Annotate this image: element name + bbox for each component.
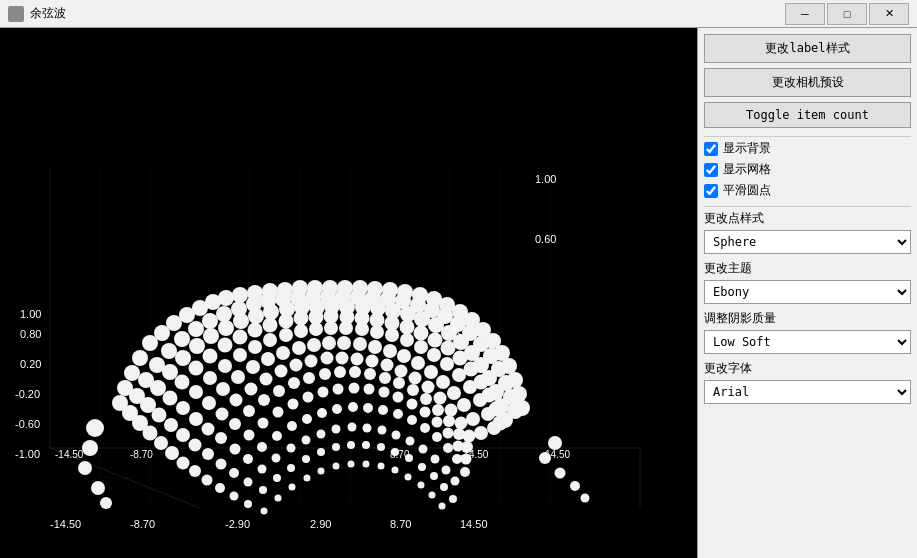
svg-point-329: [449, 495, 457, 503]
svg-point-274: [432, 417, 443, 428]
svg-point-264: [288, 399, 299, 410]
svg-point-288: [363, 403, 373, 413]
svg-point-226: [336, 352, 349, 365]
svg-point-159: [453, 351, 468, 366]
show-background-checkbox[interactable]: [704, 142, 718, 156]
svg-point-196: [231, 370, 245, 384]
svg-point-177: [324, 321, 338, 335]
svg-point-310: [419, 445, 428, 454]
svg-text:14.50: 14.50: [460, 518, 488, 530]
toggle-item-count-button[interactable]: Toggle item count: [704, 102, 911, 128]
svg-point-322: [362, 441, 370, 449]
svg-point-268: [349, 383, 360, 394]
svg-point-285: [317, 408, 327, 418]
svg-point-197: [246, 360, 260, 374]
svg-point-260: [230, 444, 241, 455]
svg-point-320: [332, 443, 340, 451]
svg-text:↖: ↖: [450, 322, 465, 342]
smooth-dot-checkbox-row[interactable]: 平滑圆点: [704, 182, 911, 199]
svg-point-183: [414, 340, 428, 354]
svg-point-142: [203, 349, 218, 364]
close-button[interactable]: ✕: [869, 3, 909, 25]
svg-point-233: [434, 392, 447, 405]
svg-point-289: [378, 405, 388, 415]
svg-point-165: [154, 436, 168, 450]
svg-point-319: [317, 448, 325, 456]
svg-text:1.00: 1.00: [20, 308, 41, 320]
svg-point-334: [318, 468, 325, 475]
svg-point-294: [443, 443, 453, 453]
svg-point-114: [218, 320, 234, 336]
svg-point-208: [411, 356, 425, 370]
svg-point-190: [487, 421, 501, 435]
svg-point-345: [82, 440, 98, 456]
svg-point-166: [164, 418, 178, 432]
show-grid-checkbox[interactable]: [704, 163, 718, 177]
svg-point-140: [175, 375, 190, 390]
svg-point-235: [455, 417, 468, 430]
svg-point-308: [392, 431, 401, 440]
svg-point-146: [263, 318, 278, 333]
svg-point-249: [364, 368, 376, 380]
svg-point-199: [276, 346, 290, 360]
svg-point-247: [334, 366, 346, 378]
svg-point-258: [202, 475, 213, 486]
svg-point-79: [161, 343, 177, 359]
app-title: 余弦波: [30, 5, 66, 22]
svg-point-278: [215, 483, 225, 493]
svg-point-309: [406, 437, 415, 446]
svg-point-188: [473, 393, 487, 407]
svg-text:-2.90: -2.90: [225, 518, 250, 530]
font-select[interactable]: Arial Times New Roman Courier: [704, 380, 911, 404]
svg-point-155: [400, 320, 415, 335]
svg-point-305: [348, 423, 357, 432]
svg-point-209: [424, 365, 438, 379]
svg-point-279: [229, 468, 239, 478]
change-camera-preset-button[interactable]: 更改相机预设: [704, 68, 911, 97]
change-label-style-button[interactable]: 更改label样式: [704, 34, 911, 63]
svg-point-203: [337, 336, 351, 350]
svg-text:14.50: 14.50: [545, 449, 570, 460]
svg-point-42: [124, 365, 140, 381]
svg-point-343: [439, 503, 446, 510]
svg-point-311: [431, 455, 440, 464]
svg-point-342: [429, 492, 436, 499]
minimize-button[interactable]: ─: [785, 3, 825, 25]
svg-point-350: [581, 494, 590, 503]
svg-point-251: [393, 377, 405, 389]
svg-point-139: [163, 391, 178, 406]
show-grid-checkbox-row[interactable]: 显示网格: [704, 161, 911, 178]
viewport[interactable]: 1.00 0.60 1.00 0.80 0.20 -0.20 -0.60 -1.…: [0, 28, 697, 558]
svg-point-352: [100, 497, 112, 509]
shadow-quality-label: 调整阴影质量: [704, 310, 911, 327]
svg-point-286: [332, 404, 342, 414]
app-icon: [8, 6, 24, 22]
svg-point-275: [443, 428, 454, 439]
svg-point-297: [230, 492, 239, 501]
svg-point-113: [203, 328, 219, 344]
theme-select[interactable]: Ebony Default Light: [704, 280, 911, 304]
svg-point-267: [333, 384, 344, 395]
svg-point-265: [303, 392, 314, 403]
svg-point-250: [379, 372, 391, 384]
svg-point-341: [418, 482, 425, 489]
svg-point-206: [383, 344, 397, 358]
smooth-dot-checkbox[interactable]: [704, 184, 718, 198]
svg-point-215: [177, 457, 190, 470]
shadow-quality-select[interactable]: Low Soft High Medium Off: [704, 330, 911, 354]
svg-point-313: [451, 477, 460, 486]
maximize-button[interactable]: □: [827, 3, 867, 25]
show-background-checkbox-row[interactable]: 显示背景: [704, 140, 911, 157]
svg-point-349: [570, 481, 580, 491]
svg-point-271: [393, 392, 404, 403]
svg-text:8.70: 8.70: [390, 518, 411, 530]
svg-point-212: [457, 398, 471, 412]
point-style-select[interactable]: Sphere Box Circle: [704, 230, 911, 254]
svg-point-167: [176, 401, 190, 415]
svg-text:-0.60: -0.60: [15, 418, 40, 430]
svg-point-201: [307, 338, 321, 352]
svg-point-331: [275, 495, 282, 502]
svg-point-304: [332, 425, 341, 434]
svg-text:-8.70: -8.70: [130, 518, 155, 530]
svg-point-168: [189, 385, 203, 399]
